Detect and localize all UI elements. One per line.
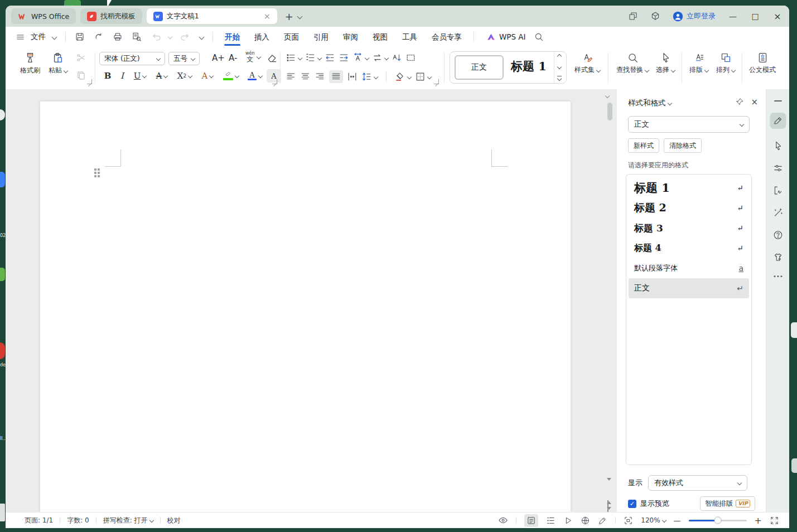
zoom-in-button[interactable]: +: [755, 515, 762, 526]
print-preview-icon[interactable]: [132, 32, 142, 42]
copy-icon[interactable]: [76, 70, 86, 81]
minimize-button[interactable]: —: [728, 12, 738, 21]
paste-button[interactable]: 粘贴: [45, 52, 71, 75]
style-item-body[interactable]: 正文↵: [629, 278, 749, 298]
file-menu[interactable]: 文件: [31, 32, 46, 42]
menu-insert[interactable]: 插入: [247, 27, 277, 47]
text-direction-button[interactable]: [372, 52, 388, 63]
align-left-icon[interactable]: [286, 71, 296, 82]
document-area[interactable]: [6, 89, 616, 512]
pin-icon[interactable]: [735, 98, 744, 107]
proofread-button[interactable]: 校对: [161, 516, 187, 525]
menu-tools[interactable]: 工具: [395, 27, 424, 47]
new-style-button[interactable]: 新样式: [628, 138, 659, 153]
ink-pen-icon[interactable]: [598, 516, 607, 525]
clear-format-button[interactable]: 清除格式: [664, 138, 702, 153]
wps-ai-button[interactable]: WPS AI: [486, 32, 526, 42]
eye-reader-icon[interactable]: [498, 515, 508, 525]
style-item-heading4[interactable]: 标题 4↵: [629, 238, 749, 258]
tab-close-icon[interactable]: ×: [264, 12, 271, 21]
undo-icon[interactable]: [152, 32, 162, 42]
gallery-down-icon[interactable]: [557, 65, 561, 69]
switch-window-icon[interactable]: [628, 11, 638, 21]
outline-view-icon[interactable]: [546, 516, 556, 525]
increase-font-button[interactable]: A+: [212, 53, 225, 63]
show-preview-checkbox[interactable]: ✓ 显示预览: [628, 499, 669, 509]
arrange-button[interactable]: 排列: [713, 52, 738, 75]
decrease-font-button[interactable]: A-: [229, 53, 237, 63]
settings-sliders-button[interactable]: [772, 163, 783, 173]
gallery-up-icon[interactable]: [557, 54, 561, 59]
strikethrough-button[interactable]: A: [151, 71, 173, 81]
line-spacing-button[interactable]: [361, 71, 378, 82]
sort-icon[interactable]: [392, 52, 402, 63]
italic-button[interactable]: I: [115, 71, 129, 81]
align-right-icon[interactable]: [315, 71, 325, 82]
style-item-default-font[interactable]: 默认段落字体a: [629, 258, 749, 278]
tools-wand-button[interactable]: [772, 207, 783, 218]
app-center-icon[interactable]: [650, 11, 660, 21]
scrollbar-thumb[interactable]: [607, 103, 612, 120]
menu-review[interactable]: 审阅: [336, 27, 365, 47]
increase-indent-icon[interactable]: [339, 52, 349, 63]
align-center-icon[interactable]: [300, 71, 311, 82]
page-view-button[interactable]: [524, 514, 538, 527]
menu-home[interactable]: 开始: [218, 27, 247, 47]
group-expand-icon[interactable]: [434, 79, 439, 84]
zoom-out-button[interactable]: —: [674, 516, 681, 525]
underline-button[interactable]: U: [129, 71, 151, 81]
style-item-heading1[interactable]: 标题 1↵: [629, 178, 749, 198]
display-combo[interactable]: 有效样式: [648, 475, 747, 491]
shading-button[interactable]: [395, 71, 411, 82]
highlight-button[interactable]: [219, 71, 243, 80]
char-scale-button[interactable]: [352, 52, 369, 63]
menu-page[interactable]: 页面: [277, 27, 306, 47]
web-view-icon[interactable]: [581, 516, 590, 525]
phonetic-guide-button[interactable]: wén文: [245, 51, 260, 62]
menu-reference[interactable]: 引用: [306, 27, 336, 47]
current-style-combo[interactable]: 正文: [628, 116, 750, 133]
quickbar-chevron-icon[interactable]: [199, 34, 205, 40]
zoom-slider[interactable]: [689, 520, 747, 521]
hamburger-icon[interactable]: [16, 32, 25, 42]
skin-theme-button[interactable]: [772, 252, 783, 263]
cut-icon[interactable]: [76, 52, 86, 63]
find-replace-button[interactable]: 查找替换: [614, 52, 651, 75]
text-frame-icon[interactable]: [405, 52, 416, 63]
panel-title[interactable]: 样式和格式: [628, 98, 672, 108]
gallery-more-icon[interactable]: [557, 76, 562, 80]
signature-button[interactable]: [772, 185, 783, 196]
justify-button[interactable]: [329, 70, 343, 83]
borders-button[interactable]: [415, 71, 431, 82]
zoom-level[interactable]: 120%: [641, 516, 665, 524]
paragraph-drag-handle[interactable]: [94, 168, 102, 178]
style-item-heading3[interactable]: 标题 3↵: [629, 218, 749, 238]
official-doc-button[interactable]: 公文模式: [745, 52, 780, 75]
login-button[interactable]: 立即登录: [673, 11, 716, 22]
export-icon[interactable]: [94, 32, 104, 42]
style-item-heading2[interactable]: 标题 2↵: [629, 198, 749, 218]
new-tab-button[interactable]: +: [285, 11, 293, 22]
page-count[interactable]: 页面: 1/1: [18, 516, 60, 525]
help-button[interactable]: [772, 230, 783, 240]
scroll-down-icon[interactable]: [607, 481, 611, 491]
menu-view[interactable]: 视图: [365, 27, 395, 47]
close-button[interactable]: ×: [772, 11, 782, 22]
panel-close-icon[interactable]: ×: [751, 97, 758, 107]
collapse-panel-icon[interactable]: [606, 94, 609, 98]
clear-format-icon[interactable]: [267, 52, 278, 64]
more-options-icon[interactable]: [774, 275, 782, 277]
style-heading1-item[interactable]: 标题 1: [504, 52, 554, 81]
style-body-item[interactable]: 正文: [455, 55, 504, 80]
group-expand-icon[interactable]: [87, 79, 92, 84]
format-painter-button[interactable]: 格式刷: [18, 52, 42, 75]
decrease-indent-icon[interactable]: [325, 52, 335, 63]
bold-button[interactable]: B: [100, 71, 115, 81]
tab-docer-templates[interactable]: 找稻壳模板: [80, 8, 142, 24]
select-button[interactable]: 选择: [653, 52, 678, 75]
print-icon[interactable]: [113, 32, 123, 42]
search-icon[interactable]: [534, 32, 544, 42]
zoom-slider-thumb[interactable]: [714, 517, 721, 524]
fit-page-icon[interactable]: [624, 516, 633, 525]
collapse-dash-icon[interactable]: [774, 100, 782, 101]
